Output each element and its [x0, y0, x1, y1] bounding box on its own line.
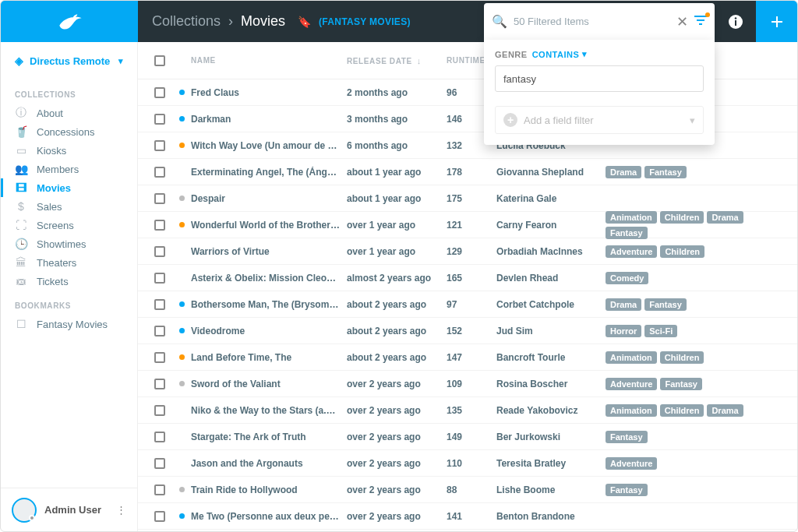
ticket-icon: 🎟 [15, 275, 27, 287]
sidebar-item-kiosks[interactable]: ▭Kiosks [1, 141, 137, 160]
table-row[interactable]: Jason and the Argonauts over 2 years ago… [138, 450, 797, 477]
row-checkbox[interactable] [154, 140, 165, 151]
cell-release: about 1 year ago [347, 167, 447, 178]
row-checkbox[interactable] [154, 484, 165, 495]
svg-point-5 [734, 17, 736, 19]
kebab-icon[interactable]: ⋮ [116, 504, 126, 516]
sidebar-item-members[interactable]: 👥Members [1, 160, 137, 178]
row-checkbox[interactable] [154, 87, 165, 98]
cell-release: over 2 years ago [347, 432, 447, 442]
info-icon: ⓘ [15, 106, 27, 120]
table-row[interactable]: Videodrome about 2 years ago 152 Jud Sim… [138, 318, 797, 344]
cell-release: over 2 years ago [347, 511, 447, 522]
sidebar-item-theaters[interactable]: 🏛Theaters [1, 253, 137, 272]
row-checkbox[interactable] [154, 432, 165, 442]
row-checkbox[interactable] [154, 220, 165, 231]
col-release[interactable]: RELEASE DATE↓ [347, 56, 447, 65]
sidebar-bookmark-fantasy-movies[interactable]: ☐Fantasy Movies [1, 315, 137, 333]
sidebar-item-showtimes[interactable]: 🕒Showtimes [1, 234, 137, 253]
search-box[interactable]: 🔍 50 Filtered Items ✕ [484, 3, 715, 40]
sidebar-item-concessions[interactable]: 🥤Concessions [1, 122, 137, 141]
logo[interactable] [1, 1, 138, 42]
row-checkbox[interactable] [154, 326, 165, 336]
cell-tags: DramaFantasy [606, 298, 788, 311]
row-checkbox[interactable] [154, 273, 165, 284]
cell-tags: Comedy [606, 272, 788, 284]
genre-tag: Horror [606, 325, 641, 337]
status-dot [179, 487, 185, 492]
row-checkbox[interactable] [154, 193, 165, 204]
cell-tags: Fantasy [606, 431, 788, 443]
genre-tag: Comedy [606, 272, 648, 284]
cell-name: Asterix & Obelix: Mission Cleopatra... [191, 273, 347, 284]
genre-tag: Children [660, 211, 704, 224]
col-name[interactable]: NAME [191, 56, 347, 65]
genre-tag: Animation [606, 404, 657, 417]
sidebar-item-movies[interactable]: 🎞Movies [1, 178, 137, 197]
monitor-icon: ▭ [15, 144, 27, 157]
plus-icon: + [503, 113, 517, 127]
info-button[interactable] [715, 1, 756, 42]
cell-release: over 2 years ago [347, 379, 447, 389]
table-row[interactable]: Land Before Time, The about 2 years ago … [138, 344, 797, 371]
bookmark-label[interactable]: (FANTASY MOVIES) [319, 16, 411, 27]
table-row[interactable]: Exterminating Angel, The (Ángel ex... ab… [138, 159, 797, 185]
row-checkbox[interactable] [154, 114, 165, 125]
row-checkbox[interactable] [154, 379, 165, 389]
cell-name: Fred Claus [191, 87, 347, 98]
table-row[interactable]: Me Two (Personne aux deux perso... over … [138, 503, 797, 530]
table-row[interactable]: Sword of the Valiant over 2 years ago 10… [138, 371, 797, 397]
table-row[interactable]: Warriors of Virtue over 1 year ago 129 O… [138, 238, 797, 265]
table-row[interactable]: Wonderful World of the Brothers Gr... ov… [138, 212, 797, 238]
genre-tag: Fantasy [644, 166, 687, 178]
select-all-checkbox[interactable] [154, 55, 165, 66]
row-checkbox[interactable] [154, 246, 165, 257]
cell-name: Sword of the Valiant [191, 379, 347, 389]
sidebar-item-sales[interactable]: $Sales [1, 197, 137, 216]
table-row[interactable]: Niko & the Way to the Stars (a.k.a. ... … [138, 397, 797, 424]
bookmark-icon[interactable]: 🔖 [298, 16, 311, 28]
filter-operator[interactable]: CONTAINS ▾ [532, 49, 588, 59]
sort-desc-icon: ↓ [417, 56, 422, 65]
breadcrumb-parent[interactable]: Collections [152, 13, 221, 30]
genre-tag: Children [660, 351, 704, 364]
breadcrumb-current: Movies [241, 13, 285, 30]
cell-release: over 1 year ago [347, 220, 447, 231]
row-checkbox[interactable] [154, 511, 165, 522]
cell-name: Witch Way Love (Un amour de sorc... [191, 140, 347, 151]
table-row[interactable]: Asterix & Obelix: Mission Cleopatra... a… [138, 265, 797, 291]
user-row[interactable]: Admin User ⋮ [1, 488, 137, 531]
filter-value-input[interactable] [495, 65, 704, 92]
cell-name: Stargate: The Ark of Truth [191, 432, 347, 442]
cell-director: Benton Brandone [496, 511, 606, 522]
cup-icon: 🥤 [15, 125, 27, 138]
table-row[interactable]: Train Ride to Hollywood over 2 years ago… [138, 477, 797, 503]
table-row[interactable]: Despair about 1 year ago 175 Katerina Ga… [138, 185, 797, 212]
genre-tag: Drama [606, 166, 641, 178]
cell-name: Me Two (Personne aux deux perso... [191, 511, 347, 522]
project-switcher[interactable]: ◈ Directus Remote ▾ [1, 42, 137, 79]
sidebar-item-screens[interactable]: ⛶Screens [1, 216, 137, 234]
cell-director: Rosina Boscher [496, 379, 606, 389]
sidebar-item-tickets[interactable]: 🎟Tickets [1, 272, 137, 291]
sidebar-item-about[interactable]: ⓘAbout [1, 104, 137, 122]
genre-tag: Drama [707, 211, 743, 224]
status-dot [179, 222, 185, 227]
add-filter-button[interactable]: + Add a field filter ▾ [495, 106, 704, 134]
row-checkbox[interactable] [154, 405, 165, 416]
genre-tag: Children [660, 245, 704, 258]
cell-release: 6 months ago [347, 140, 447, 151]
row-checkbox[interactable] [154, 352, 165, 363]
cell-runtime: 152 [447, 326, 496, 336]
cell-director: Devlen Rhead [496, 273, 606, 284]
cell-runtime: 149 [447, 432, 496, 442]
row-checkbox[interactable] [154, 299, 165, 310]
signal-icon: ◈ [15, 55, 23, 67]
filter-icon[interactable] [694, 14, 707, 30]
row-checkbox[interactable] [154, 167, 165, 178]
table-row[interactable]: Stargate: The Ark of Truth over 2 years … [138, 424, 797, 450]
table-row[interactable]: Bothersome Man, The (Brysomme ... about … [138, 291, 797, 318]
add-button[interactable] [756, 1, 797, 42]
row-checkbox[interactable] [154, 458, 165, 469]
close-icon[interactable]: ✕ [676, 13, 688, 30]
